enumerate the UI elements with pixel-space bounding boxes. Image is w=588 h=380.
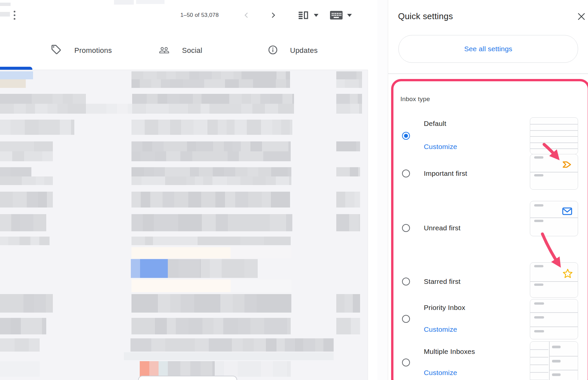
- newer-page-button[interactable]: [241, 10, 251, 20]
- tab-updates[interactable]: Updates: [251, 33, 344, 69]
- blurred-row-block: [336, 167, 360, 176]
- thumbnail-unread-first[interactable]: [530, 201, 578, 236]
- input-tools-dropdown[interactable]: [347, 13, 352, 17]
- blurred-fragment: [0, 12, 10, 17]
- customize-link-multiple-inboxes[interactable]: Customize: [424, 369, 457, 377]
- input-tools-button[interactable]: [329, 10, 343, 20]
- radio-multiple-inboxes[interactable]: [402, 359, 410, 366]
- blurred-row-block: [140, 259, 168, 278]
- blurred-row-block: [131, 247, 231, 258]
- option-label-starred-first[interactable]: Starred first: [424, 278, 460, 285]
- radio-priority-inbox[interactable]: [402, 315, 410, 323]
- see-all-settings-label: See all settings: [464, 45, 512, 53]
- importance-marker-icon: [562, 160, 572, 169]
- tab-promotions[interactable]: Promotions: [32, 33, 129, 69]
- blurred-row-block: [124, 352, 334, 360]
- thumb-line: [549, 356, 578, 357]
- blurred-row-block: [0, 120, 74, 135]
- close-panel-button[interactable]: [576, 11, 587, 22]
- radio-unread-first[interactable]: [402, 224, 410, 232]
- thumbnail-priority-inbox[interactable]: [530, 299, 578, 339]
- blurred-row-block: [149, 361, 159, 377]
- blurred-row-block: [131, 71, 290, 79]
- thumb-line: [530, 217, 578, 218]
- see-all-settings-button[interactable]: See all settings: [398, 35, 578, 63]
- split-pane-dropdown[interactable]: [313, 13, 319, 17]
- blurred-row-block: [131, 167, 291, 176]
- blurred-row-block: [131, 176, 291, 185]
- blurred-row-block: [131, 237, 291, 245]
- thumb-line: [530, 372, 548, 373]
- panel-title: Quick settings: [398, 11, 453, 21]
- customize-link-default[interactable]: Customize: [424, 143, 457, 151]
- blurred-row-block: [215, 361, 291, 377]
- older-page-button[interactable]: [268, 10, 278, 20]
- thumbnail-important-first[interactable]: [530, 154, 578, 190]
- customize-link-priority-inbox[interactable]: Customize: [424, 325, 457, 333]
- thumb-dash: [534, 316, 544, 319]
- thumbnail-starred-first[interactable]: [530, 262, 578, 298]
- thumb-line: [530, 357, 548, 358]
- floating-pill: [138, 376, 237, 380]
- thumbnail-default[interactable]: [530, 117, 578, 154]
- blurred-row-block: [0, 192, 53, 208]
- pagination-count: 1–50 of 53,078: [164, 12, 236, 19]
- blurred-row-block: [86, 104, 132, 114]
- thumb-dash: [534, 156, 543, 159]
- tab-label: Social: [182, 45, 202, 56]
- thumb-dash: [534, 330, 544, 332]
- blurred-fragment: [0, 3, 11, 6]
- thumb-line: [530, 312, 578, 313]
- blurred-row-block: [336, 71, 362, 79]
- people-icon: [159, 45, 169, 56]
- split-pane-icon: [298, 11, 308, 19]
- thumb-line: [530, 130, 578, 131]
- blurred-row-block: [0, 151, 53, 161]
- thumb-line: [530, 124, 578, 125]
- active-tab-indicator: [0, 67, 32, 70]
- blurred-row-block: [140, 361, 149, 377]
- thumb-line: [530, 326, 578, 327]
- thumb-line: [530, 136, 578, 137]
- radio-starred-first[interactable]: [402, 278, 410, 285]
- radio-default[interactable]: [402, 132, 410, 140]
- blurred-row-block: [0, 104, 86, 114]
- radio-important-first[interactable]: [402, 170, 410, 177]
- blurred-row-block: [131, 79, 290, 88]
- blurred-fragment: [114, 0, 134, 5]
- email-list-blurred: [0, 70, 368, 380]
- blurred-row-block: [168, 361, 215, 377]
- inbox-type-section-label: Inbox type: [400, 95, 430, 103]
- more-options-button[interactable]: [11, 10, 18, 20]
- tab-social[interactable]: Social: [142, 33, 221, 69]
- blurred-row-block: [131, 192, 290, 208]
- thumb-dash: [534, 220, 543, 222]
- blurred-row-block: [131, 294, 291, 313]
- thumb-line: [530, 142, 578, 143]
- blurred-row-block: [131, 259, 140, 278]
- thumb-dash: [534, 265, 543, 267]
- blurred-row-block: [0, 94, 86, 104]
- blurred-row-block: [201, 259, 258, 278]
- thumbnail-multiple-inboxes[interactable]: [530, 341, 578, 380]
- thumb-line: [549, 370, 578, 370]
- thumb-line: [530, 364, 548, 365]
- split-pane-button[interactable]: [298, 11, 309, 20]
- blurred-row-block: [336, 214, 360, 231]
- option-label-multiple-inboxes[interactable]: Multiple Inboxes: [424, 348, 475, 356]
- thumb-line: [530, 349, 548, 350]
- list-scrollbar-track[interactable]: [368, 70, 378, 380]
- blurred-row-block: [0, 176, 53, 185]
- caret-down-icon: [314, 14, 318, 17]
- blurred-fragment: [136, 0, 165, 4]
- blurred-row-block: [0, 71, 33, 79]
- blurred-row-block: [0, 214, 46, 231]
- panel-divider: [388, 73, 588, 74]
- info-icon: [268, 45, 278, 55]
- option-label-unread-first[interactable]: Unread first: [424, 224, 460, 232]
- thumb-line: [530, 172, 578, 172]
- option-label-priority-inbox[interactable]: Priority Inbox: [424, 304, 465, 312]
- option-label-important-first[interactable]: Important first: [424, 170, 467, 177]
- blurred-row-block: [336, 104, 362, 114]
- option-label-default[interactable]: Default: [424, 120, 446, 128]
